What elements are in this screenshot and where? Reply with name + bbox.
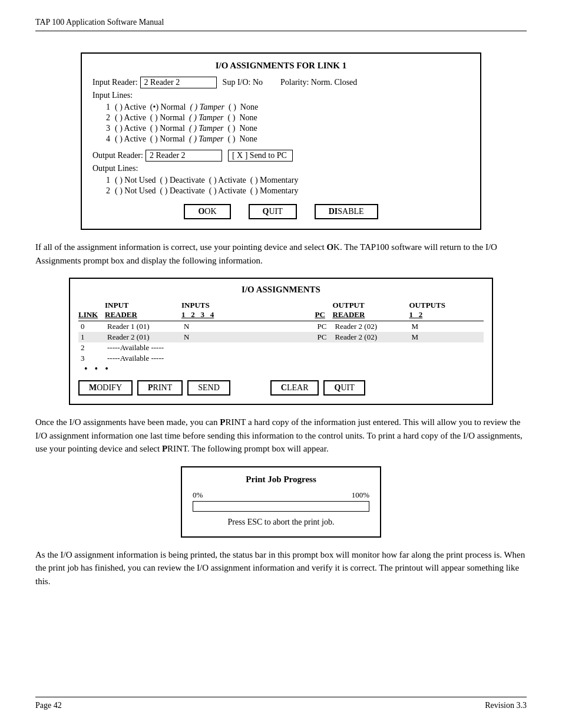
page-content: I/O ASSIGNMENTS FOR LINK 1 Input Reader:…: [35, 42, 527, 697]
table-row: 0 Reader 1 (01) N PC Reader 2 (02) M: [78, 321, 484, 332]
input-reader-label: Input Reader:: [92, 78, 138, 87]
input-reader-value: 2 Reader 2: [140, 77, 217, 88]
cell-link: 0: [78, 321, 105, 332]
sup-io: Sup I/O: No: [223, 78, 263, 87]
output-lines-label-row: Output Lines:: [92, 164, 470, 173]
io-link-dialog: I/O ASSIGNMENTS FOR LINK 1 Input Reader:…: [81, 52, 481, 230]
ok-button[interactable]: OOK: [184, 204, 230, 219]
send-button[interactable]: SEND: [187, 380, 230, 396]
col-inputs: INPUTS1 2 3 4: [181, 301, 315, 321]
send-to-pc: [ X ] Send to PC: [228, 150, 293, 162]
table-row: 1 Reader 2 (01) N PC Reader 2 (02) M: [78, 332, 484, 342]
col-outputs: OUTPUTS1 2: [409, 301, 484, 321]
cell-available: -----Available -----: [105, 353, 484, 364]
paragraph-2: Once the I/O assignments have been made,…: [35, 416, 527, 456]
col-pc: PC: [315, 301, 333, 321]
input-line-2: 2 ( ) Active ( ) Normal ( ) Tamper ( ) N…: [98, 113, 470, 123]
cell-inp1: N: [181, 321, 237, 332]
input-lines-section: 1 ( ) Active (•) Normal ( ) Tamper ( ) N…: [98, 103, 470, 144]
quit-button[interactable]: QUIT: [249, 204, 297, 219]
cell-out2: [462, 332, 484, 342]
cell-inp2: [237, 332, 263, 342]
cell-link: 1: [78, 332, 105, 342]
out-line-num-1: 1: [98, 176, 110, 185]
cell-out2: [462, 321, 484, 332]
paragraph-1: If all of the assignment information is …: [35, 241, 527, 267]
io-link-buttons: OOK QUIT DISABLE: [92, 204, 470, 219]
progress-bar: [193, 501, 369, 512]
io-link-dialog-title: I/O ASSIGNMENTS FOR LINK 1: [92, 61, 470, 71]
cell-inp4: [289, 332, 315, 342]
out-line-num-2: 2: [98, 186, 110, 196]
col-input-reader: INPUTREADER: [105, 301, 181, 321]
page-header: TAP 100 Application Software Manual: [35, 18, 527, 31]
cell-link: 2: [78, 342, 105, 353]
pct-100: 100%: [352, 490, 369, 500]
print-esc-text: Press ESC to abort the print job.: [193, 518, 369, 527]
cell-inp4: [289, 321, 315, 332]
print-dialog-title: Print Job Progress: [193, 475, 369, 485]
cell-input-reader: Reader 1 (01): [105, 321, 181, 332]
table-row: 2 -----Available -----: [78, 342, 484, 353]
output-lines-label: Output Lines:: [92, 164, 138, 173]
io-assignments-table: LINK INPUTREADER INPUTS1 2 3 4 PC OUTPUT…: [78, 301, 484, 364]
cell-out1: M: [409, 321, 462, 332]
cell-out1: M: [409, 332, 462, 342]
table-row: 3 -----Available -----: [78, 353, 484, 364]
output-reader-label: Output Reader:: [92, 151, 143, 160]
io-assignments-title: I/O ASSIGNMENTS: [78, 285, 484, 295]
disable-button[interactable]: DISABLE: [315, 204, 378, 219]
quit-button-2[interactable]: QUIT: [323, 380, 365, 396]
output-line-2: 2 ( ) Not Used ( ) Deactivate ( ) Activa…: [98, 186, 470, 196]
page: TAP 100 Application Software Manual I/O …: [0, 0, 562, 728]
cell-inp1: N: [181, 332, 237, 342]
output-reader-value: 2 Reader 2: [146, 150, 222, 162]
progress-bar-container: 0% 100%: [193, 490, 369, 512]
polarity: Polarity: Norm. Closed: [280, 78, 357, 87]
output-line-1: 1 ( ) Not Used ( ) Deactivate ( ) Activa…: [98, 176, 470, 185]
input-lines-label-row: Input Lines:: [92, 91, 470, 100]
cell-available: -----Available -----: [105, 342, 484, 353]
input-line-3: 3 ( ) Active ( ) Normal ( ) Tamper ( ) N…: [98, 124, 470, 133]
modify-button[interactable]: MODIFY: [78, 380, 133, 396]
cell-inp3: [263, 321, 289, 332]
cell-inp2: [237, 321, 263, 332]
cell-output-reader: Reader 2 (02): [333, 321, 409, 332]
cell-input-reader: Reader 2 (01): [105, 332, 181, 342]
cell-pc: PC: [315, 332, 333, 342]
input-reader-row: Input Reader: 2 Reader 2 Sup I/O: No Pol…: [92, 77, 470, 88]
io-assignments-buttons: MODIFY PRINT SEND CLEAR QUIT: [78, 380, 484, 396]
table-header-row: LINK INPUTREADER INPUTS1 2 3 4 PC OUTPUT…: [78, 301, 484, 321]
ellipsis: • • •: [84, 364, 484, 374]
col-output-reader: OUTPUTREADER: [333, 301, 409, 321]
print-button[interactable]: PRINT: [137, 380, 183, 396]
input-lines-label: Input Lines:: [92, 91, 133, 100]
cell-pc: PC: [315, 321, 333, 332]
cell-output-reader: Reader 2 (02): [333, 332, 409, 342]
footer-page: Page 42: [35, 701, 62, 710]
header-title: TAP 100 Application Software Manual: [35, 18, 164, 27]
output-reader-row: Output Reader: 2 Reader 2 [ X ] Send to …: [92, 150, 470, 162]
cell-inp3: [263, 332, 289, 342]
input-line-4: 4 ( ) Active ( ) Normal ( ) Tamper ( ) N…: [98, 134, 470, 144]
input-line-1: 1 ( ) Active (•) Normal ( ) Tamper ( ) N…: [98, 103, 470, 112]
paragraph-3: As the I/O assignment information is bei…: [35, 548, 527, 588]
page-footer: Page 42 Revision 3.3: [35, 697, 527, 710]
pct-0: 0%: [193, 490, 203, 500]
print-dialog: Print Job Progress 0% 100% Press ESC to …: [181, 466, 381, 538]
line-num-3: 3: [98, 124, 110, 133]
io-assignments-dialog: I/O ASSIGNMENTS LINK INPUTREADER INPUTS1…: [69, 278, 493, 405]
col-link: LINK: [78, 301, 105, 321]
cell-link: 3: [78, 353, 105, 364]
clear-button[interactable]: CLEAR: [270, 380, 319, 396]
line-num-4: 4: [98, 134, 110, 144]
line-num-2: 2: [98, 113, 110, 123]
output-lines-section: 1 ( ) Not Used ( ) Deactivate ( ) Activa…: [98, 176, 470, 196]
progress-labels: 0% 100%: [193, 490, 369, 500]
footer-revision: Revision 3.3: [485, 701, 527, 710]
line-num-1: 1: [98, 103, 110, 112]
